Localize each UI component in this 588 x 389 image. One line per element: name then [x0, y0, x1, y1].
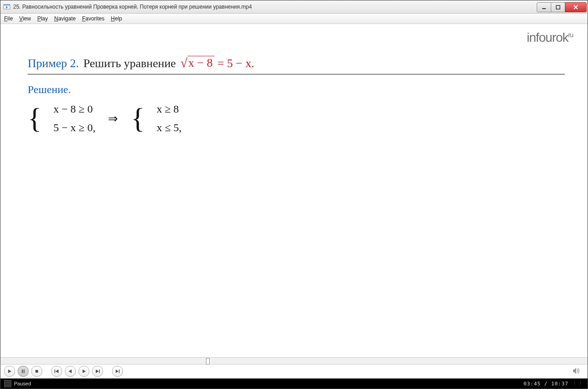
step-forward-button[interactable]	[78, 366, 89, 377]
svg-marker-15	[96, 369, 99, 373]
brace-left-2: {	[131, 105, 145, 132]
implies-arrow: ⇒	[108, 112, 118, 126]
svg-rect-4	[556, 5, 560, 9]
equation: √x − 8 = 5 − x.	[181, 56, 255, 70]
player-controls	[0, 364, 588, 379]
statusbar: Paused 03:45 / 10:37 ⋮⋮	[0, 379, 588, 389]
menu-favorites[interactable]: Favorites	[82, 15, 104, 22]
svg-rect-1	[4, 5, 10, 5]
svg-marker-13	[69, 369, 72, 373]
svg-rect-10	[35, 370, 38, 373]
titlebar[interactable]: 25. Равносильность уравнений Проверка ко…	[0, 0, 588, 14]
seek-progress	[0, 358, 206, 364]
window-controls	[537, 2, 587, 11]
svg-marker-17	[116, 369, 118, 373]
solution-label: Решение.	[28, 84, 569, 96]
svg-marker-14	[83, 369, 86, 373]
example-prompt: Решить уравнение	[83, 57, 176, 70]
menu-view[interactable]: View	[19, 15, 31, 22]
svg-rect-11	[54, 369, 55, 373]
svg-rect-3	[542, 8, 546, 9]
example-number: Пример 2.	[28, 57, 79, 70]
volume-icon[interactable]	[573, 368, 581, 375]
svg-marker-12	[55, 369, 59, 373]
step-back-button[interactable]	[65, 366, 76, 377]
stop-button[interactable]	[31, 366, 42, 377]
menu-help[interactable]: Help	[111, 15, 122, 22]
svg-marker-7	[8, 369, 11, 373]
menu-play[interactable]: Play	[37, 15, 48, 22]
slide-content: infourokru Пример 2. Решить уравнение √x…	[0, 24, 588, 357]
statusbar-grip-icon: ⋮⋮	[572, 381, 584, 387]
system-1: x − 8 ≥ 0 5 − x ≥ 0,	[51, 103, 96, 134]
example-heading: Пример 2. Решить уравнение √x − 8 = 5 − …	[28, 56, 565, 74]
skip-back-button[interactable]	[51, 366, 62, 377]
menu-file[interactable]: File	[4, 15, 13, 22]
app-icon	[3, 3, 10, 10]
app-window: 25. Равносильность уравнений Проверка ко…	[0, 0, 588, 389]
maximize-button[interactable]	[551, 2, 565, 12]
svg-rect-18	[119, 369, 120, 373]
sys2-row2: x ≤ 5,	[157, 122, 181, 134]
playback-status: Paused	[14, 381, 31, 386]
seek-bar[interactable]	[0, 357, 588, 364]
svg-rect-8	[22, 369, 23, 373]
pause-button[interactable]	[18, 366, 29, 377]
window-title: 25. Равносильность уравнений Проверка ко…	[13, 4, 537, 10]
seek-thumb[interactable]	[206, 358, 210, 364]
sys2-row1: x ≥ 8	[157, 103, 181, 115]
menu-navigate[interactable]: Navigate	[54, 15, 76, 22]
brand-logo: infourokru	[527, 30, 573, 45]
brace-left-1: {	[28, 105, 42, 132]
play-button[interactable]	[4, 366, 15, 377]
close-button[interactable]	[565, 2, 587, 12]
status-icon	[4, 380, 11, 387]
svg-rect-9	[24, 369, 24, 373]
svg-rect-16	[99, 369, 100, 373]
equation-systems: { x − 8 ≥ 0 5 − x ≥ 0, ⇒ { x ≥ 8 x ≤ 5,	[28, 103, 569, 134]
skip-forward-button[interactable]	[92, 366, 103, 377]
svg-marker-19	[573, 368, 576, 374]
sys1-row1: x − 8 ≥ 0	[54, 103, 96, 115]
frame-step-button[interactable]	[112, 366, 123, 377]
system-2: x ≥ 8 x ≤ 5,	[154, 103, 181, 134]
menubar: File View Play Navigate Favorites Help	[0, 14, 588, 24]
video-viewport[interactable]: infourokru Пример 2. Решить уравнение √x…	[0, 24, 588, 357]
sys1-row2: 5 − x ≥ 0,	[54, 122, 96, 134]
minimize-button[interactable]	[537, 2, 551, 12]
time-display: 03:45 / 10:37	[524, 381, 568, 387]
